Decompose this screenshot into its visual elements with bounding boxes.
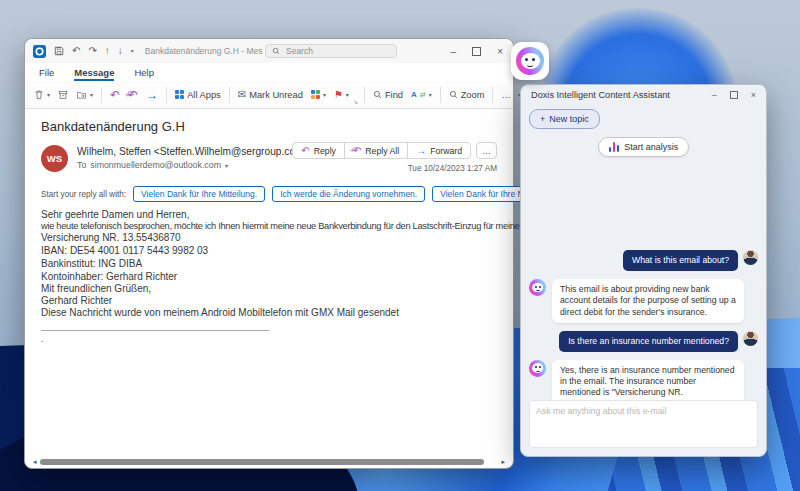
email-body: Sehr geehrte Damen und Herren, wie heute…	[41, 209, 497, 345]
redo-icon[interactable]: ↷	[88, 46, 96, 56]
outlook-window-controls: – ×	[451, 39, 503, 63]
archive-button[interactable]	[55, 88, 71, 102]
outlook-window: ↶ ↷ ↑ ↓ ▾ Bankdatenänderung G.H - Messag…	[24, 38, 514, 469]
ribbon-divider	[166, 87, 167, 103]
more-actions-button[interactable]: …	[476, 142, 497, 159]
move-down-icon[interactable]: ↓	[118, 46, 123, 56]
reply-icon-button[interactable]: ↶	[107, 87, 123, 103]
maximize-button[interactable]	[472, 47, 481, 56]
assistant-window: Doxis Intelligent Content Assistant – × …	[520, 84, 767, 457]
follow-up-button[interactable]: ⚑ ▾	[331, 88, 352, 102]
assistant-avatar	[529, 279, 546, 296]
scroll-right-icon[interactable]: ▸	[501, 458, 505, 466]
assistant-bubble: This email is about providing new bank a…	[552, 279, 744, 323]
chevron-down-icon: ▾	[323, 91, 326, 98]
email-timestamp: Tue 10/24/2023 1:27 AM	[408, 164, 497, 173]
chevron-down-icon: ▾	[90, 91, 93, 98]
tab-help[interactable]: Help	[134, 67, 154, 81]
find-button[interactable]: Find	[370, 88, 406, 102]
ribbon-divider	[101, 87, 102, 103]
reply-all-button[interactable]: ↶ Reply All	[344, 142, 408, 159]
body-greeting: Sehr geehrte Damen und Herren,	[41, 209, 497, 221]
sender-avatar: WS	[41, 145, 68, 172]
tab-message[interactable]: Message	[74, 67, 114, 81]
mascot-ring	[516, 47, 544, 75]
horizontal-scrollbar[interactable]: ◂ ▸	[33, 457, 505, 466]
quick-access-more-icon[interactable]: ▾	[131, 48, 134, 54]
chat-message-user: What is this email about?	[529, 250, 758, 271]
move-up-icon[interactable]: ↑	[105, 46, 110, 56]
body-mobile-footer: Diese Nachricht wurde von meinem Android…	[41, 307, 497, 319]
robot-face-icon	[532, 283, 543, 293]
plus-icon: +	[540, 114, 545, 124]
move-to-folder-button[interactable]: ▾	[73, 88, 96, 102]
suggested-reply-2[interactable]: Ich werde die Änderung vornehmen.	[272, 186, 425, 202]
maximize-button[interactable]	[730, 91, 738, 99]
suggested-reply-1[interactable]: Vielen Dank für Ihre Mitteilung.	[133, 186, 265, 202]
ribbon-divider	[492, 87, 493, 103]
user-bubble: What is this email about?	[623, 250, 738, 271]
outlook-logo-icon	[33, 45, 46, 58]
categorize-button[interactable]: ▾	[308, 88, 329, 101]
chevron-down-icon[interactable]: ▾	[225, 162, 228, 169]
forward-icon: →	[416, 146, 426, 156]
suggested-replies-label: Start your reply all with:	[41, 190, 126, 199]
reply-button[interactable]: ↶ Reply	[292, 142, 345, 159]
zoom-button[interactable]: Zoom	[446, 88, 488, 102]
translate-button[interactable]: A⇄ ▾	[408, 88, 435, 101]
assistant-window-title: Doxis Intelligent Content Assistant	[531, 90, 670, 100]
reply-all-icon: ↶	[353, 146, 361, 156]
chat-input-box[interactable]	[529, 400, 758, 448]
close-button[interactable]: ×	[751, 90, 756, 100]
chat-history: What is this email about? This email is …	[529, 250, 758, 415]
user-avatar	[743, 250, 758, 265]
forward-button[interactable]: → Forward	[407, 142, 471, 159]
new-topic-button[interactable]: + New topic	[529, 109, 600, 129]
search-input[interactable]	[284, 45, 390, 57]
save-icon[interactable]	[54, 46, 64, 56]
chevron-down-icon: ▾	[346, 91, 349, 98]
chat-input[interactable]	[529, 400, 758, 448]
assistant-mascot-icon[interactable]	[511, 42, 549, 80]
chevron-down-icon: ▾	[47, 91, 50, 98]
forward-icon-button[interactable]: →	[143, 87, 161, 103]
minimize-button[interactable]: –	[451, 46, 457, 57]
ribbon-divider	[364, 87, 365, 103]
assistant-titlebar: Doxis Intelligent Content Assistant – ×	[521, 85, 766, 105]
scroll-left-icon[interactable]: ◂	[33, 458, 37, 466]
delete-button[interactable]: ▾	[31, 87, 53, 102]
bank-details: Versicherung NR. 13.55436870 IBAN: DE54 …	[41, 232, 497, 283]
start-analysis-button[interactable]: Start analysis	[598, 137, 690, 157]
ribbon-overflow-button[interactable]: …	[498, 88, 513, 102]
body-signer: Gerhard Richter	[41, 295, 497, 307]
robot-face-icon	[532, 363, 543, 373]
email-header: WS Wilhelm, Steffen <Steffen.Wilhelm@ser…	[41, 142, 497, 182]
close-button[interactable]: ×	[497, 46, 503, 57]
all-apps-button[interactable]: All Apps	[172, 88, 224, 102]
holder-line: Kontoinhaber: Gerhard Richter	[41, 271, 497, 284]
translate-icon: A	[411, 90, 417, 99]
scrollbar-thumb[interactable]	[40, 459, 485, 465]
user-bubble: Is there an insurance number mentioned?	[559, 331, 738, 352]
body-intro: wie heute telefonisch besprochen, möchte…	[41, 221, 497, 232]
mark-unread-button[interactable]: ✉ Mark Unread	[235, 88, 306, 102]
assistant-window-controls: – ×	[712, 90, 756, 100]
dialog-launcher-icon[interactable]: ⇘	[353, 98, 358, 105]
email-subject: Bankdatenänderung G.H	[41, 119, 497, 134]
chevron-down-icon: ▾	[429, 91, 432, 98]
desktop: ↶ ↷ ↑ ↓ ▾ Bankdatenänderung G.H - Messag…	[0, 0, 800, 491]
envelope-icon: ✉	[238, 90, 246, 100]
reply-all-icon-button[interactable]: ↶	[125, 87, 141, 103]
tab-file[interactable]: File	[39, 67, 54, 81]
minimize-button[interactable]: –	[712, 90, 717, 100]
search-icon	[272, 47, 280, 55]
assistant-avatar	[529, 360, 546, 377]
to-address[interactable]: simonmuellerdemo@outlook.com	[90, 160, 221, 170]
ribbon-divider	[229, 87, 230, 103]
titlebar-search[interactable]	[265, 44, 397, 58]
to-label: To	[77, 160, 86, 170]
flag-icon: ⚑	[334, 90, 343, 100]
undo-icon[interactable]: ↶	[72, 46, 80, 56]
outlook-titlebar: ↶ ↷ ↑ ↓ ▾ Bankdatenänderung G.H - Messag…	[25, 39, 513, 63]
ribbon: ▾ ▾ ↶ ↶ → All Apps ✉ Mark Unread	[25, 81, 513, 109]
